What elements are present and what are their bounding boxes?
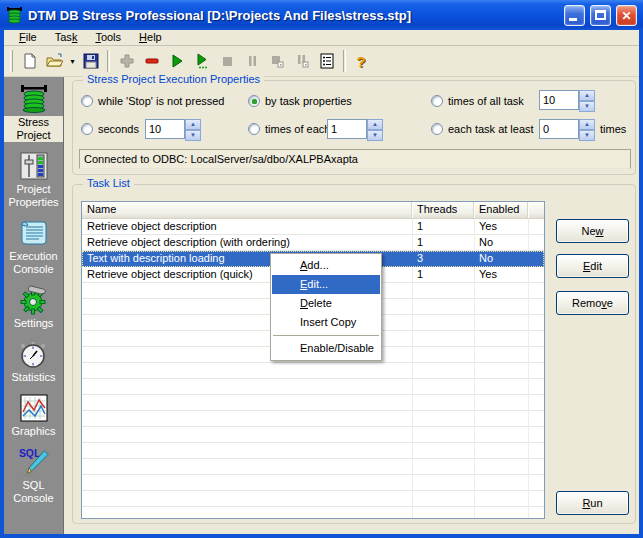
times-of-all-task-input[interactable]: [539, 90, 579, 110]
run-button[interactable]: Run: [556, 491, 629, 515]
sidebar-label: Stress Project: [4, 116, 63, 142]
window-title: DTM DB Stress Professional [D:\Projects …: [28, 8, 559, 23]
sidebar-item-project-properties[interactable]: Project Properties: [4, 151, 63, 209]
radio-times-of-all-task[interactable]: times of all task: [431, 94, 524, 108]
toolbar-gripper: [10, 50, 13, 72]
maximize-icon[interactable]: [590, 5, 611, 26]
spin-down-icon[interactable]: ▼: [579, 101, 595, 112]
app-stress-icon: [6, 7, 23, 24]
open-folder-icon[interactable]: [42, 49, 67, 73]
close-icon[interactable]: ✕: [616, 5, 637, 26]
help-icon[interactable]: ?: [350, 53, 372, 70]
edit-button[interactable]: Edit: [556, 254, 629, 278]
radio-circle-icon[interactable]: [248, 95, 260, 107]
sidebar-item-execution-console[interactable]: Execution Console: [4, 218, 63, 276]
radio-circle-icon[interactable]: [81, 123, 93, 135]
toolbar-separator: [343, 50, 346, 72]
stress-project-icon: [18, 84, 50, 114]
radio-circle-icon[interactable]: [431, 95, 443, 107]
each-task-at-least-spinner: ▲▼: [539, 119, 595, 139]
column-header-threads[interactable]: Threads: [412, 202, 474, 218]
new-button[interactable]: New: [556, 219, 629, 243]
radio-circle-icon[interactable]: [81, 95, 93, 107]
context-menu: Add... Edit... Delete Insert Copy Enable…: [270, 253, 382, 361]
sidebar-item-sql-console[interactable]: SQL SQL Console: [4, 447, 63, 505]
execution-console-icon: [18, 218, 50, 248]
radio-each-task-at-least[interactable]: each task at least: [431, 122, 534, 136]
sidebar-label: Graphics: [9, 425, 57, 438]
save-icon[interactable]: [78, 49, 103, 73]
svg-text:SQL: SQL: [18, 448, 39, 459]
seconds-spinner: ▲▼: [145, 119, 201, 139]
context-menu-enable-disable[interactable]: Enable/Disable: [272, 339, 380, 358]
pause-disabled-icon[interactable]: [239, 49, 264, 73]
spin-up-icon[interactable]: ▲: [579, 90, 595, 101]
radio-seconds[interactable]: seconds: [81, 122, 139, 136]
sidebar: Stress Project Proje: [4, 77, 64, 534]
context-menu-separator: [273, 335, 379, 336]
table-row[interactable]: Retrieve object description (with orderi…: [82, 235, 544, 251]
spin-down-icon[interactable]: ▼: [367, 130, 383, 141]
title-bar: DTM DB Stress Professional [D:\Projects …: [0, 0, 643, 30]
times-of-all-task-spinner: ▲▼: [539, 90, 595, 110]
times-of-each-task-input[interactable]: [327, 119, 367, 139]
minimize-icon[interactable]: [564, 5, 585, 26]
times-suffix-label: times: [600, 122, 626, 136]
spin-down-icon[interactable]: ▼: [185, 130, 201, 141]
context-menu-add[interactable]: Add...: [272, 256, 380, 275]
run-all-tasks-icon[interactable]: [189, 49, 214, 73]
sidebar-item-settings[interactable]: Settings: [12, 285, 56, 330]
sidebar-label: Project Properties: [4, 183, 63, 209]
times-of-each-task-spinner: ▲▼: [327, 119, 383, 139]
sidebar-item-graphics[interactable]: Graphics: [9, 393, 57, 438]
settings-icon: [18, 285, 50, 315]
task-properties-icon[interactable]: [314, 49, 339, 73]
group-title: Stress Project Execution Properties: [83, 73, 264, 85]
seconds-input[interactable]: [145, 119, 185, 139]
menu-file[interactable]: File: [10, 30, 46, 45]
add-task-disabled-icon[interactable]: [114, 49, 139, 73]
open-dropdown-icon[interactable]: ▾: [67, 49, 78, 73]
column-header-enabled[interactable]: Enabled: [474, 202, 528, 218]
radio-while-stop[interactable]: while 'Stop' is not pressed: [81, 94, 225, 108]
execution-properties-group: Stress Project Execution Properties whil…: [72, 80, 636, 175]
stop-selected-disabled-icon[interactable]: [264, 49, 289, 73]
app-window: DTM DB Stress Professional [D:\Projects …: [0, 0, 643, 538]
new-document-icon[interactable]: [17, 49, 42, 73]
run-task-icon[interactable]: [164, 49, 189, 73]
spin-up-icon[interactable]: ▲: [367, 119, 383, 130]
spin-up-icon[interactable]: ▲: [185, 119, 201, 130]
pause-selected-disabled-icon[interactable]: [289, 49, 314, 73]
project-properties-icon: [18, 151, 50, 181]
stop-disabled-icon[interactable]: [214, 49, 239, 73]
sidebar-label: SQL Console: [4, 479, 63, 505]
table-row[interactable]: Retrieve object description 1 Yes: [82, 219, 544, 235]
each-task-at-least-input[interactable]: [539, 119, 579, 139]
remove-button[interactable]: Remove: [556, 291, 629, 315]
context-menu-edit[interactable]: Edit...: [272, 275, 380, 294]
menu-bar: File Task Tools Help: [4, 30, 639, 46]
spin-up-icon[interactable]: ▲: [579, 119, 595, 130]
menu-help[interactable]: Help: [130, 30, 171, 45]
connection-status: Connected to ODBC: LocalServer/sa/dbo/XA…: [79, 149, 631, 169]
sql-console-icon: SQL: [18, 447, 50, 477]
column-header-name[interactable]: Name: [82, 202, 412, 218]
context-menu-insert-copy[interactable]: Insert Copy: [272, 313, 380, 332]
radio-circle-icon[interactable]: [431, 123, 443, 135]
sidebar-item-stress-project[interactable]: Stress Project: [4, 84, 63, 142]
toolbar-separator: [107, 50, 110, 72]
statistics-icon: [17, 339, 49, 369]
table-header: Name Threads Enabled: [82, 202, 544, 219]
radio-by-task-properties[interactable]: by task properties: [248, 94, 352, 108]
sidebar-item-statistics[interactable]: Statistics: [9, 339, 57, 384]
context-menu-delete[interactable]: Delete: [272, 294, 380, 313]
radio-circle-icon[interactable]: [248, 123, 260, 135]
menu-task[interactable]: Task: [46, 30, 87, 45]
spin-down-icon[interactable]: ▼: [579, 130, 595, 141]
sidebar-label: Execution Console: [4, 250, 63, 276]
sidebar-label: Statistics: [9, 371, 57, 384]
graphics-icon: [18, 393, 50, 423]
group-title: Task List: [83, 177, 134, 189]
menu-tools[interactable]: Tools: [86, 30, 130, 45]
remove-task-icon[interactable]: [139, 49, 164, 73]
